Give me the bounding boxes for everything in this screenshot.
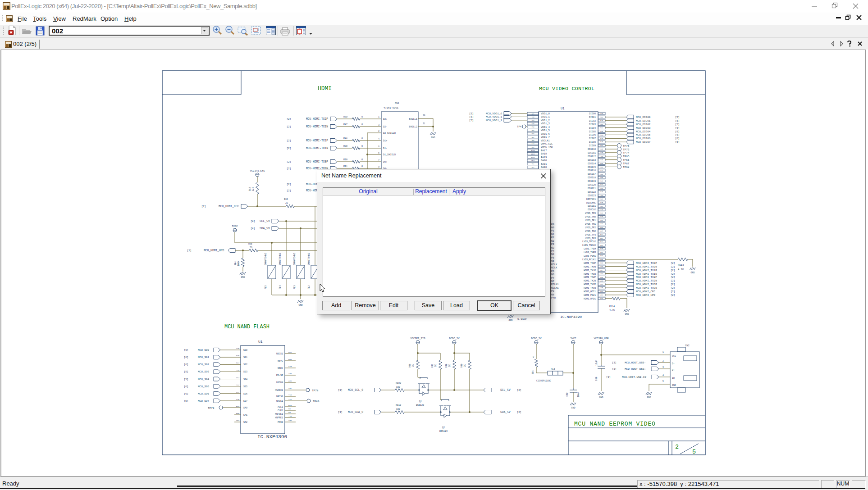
svg-text:VDO1_0: VDO1_0 — [541, 112, 550, 115]
svg-text:[5]: [5] — [675, 123, 680, 126]
svg-text:DIG011: DIG011 — [588, 152, 596, 154]
svg-text:LVDS_TN3: LVDS_TN3 — [585, 237, 596, 240]
svg-text:DIG022: DIG022 — [588, 191, 596, 194]
svg-text:DIGCLK: DIGCLK — [588, 209, 596, 211]
svg-text:DIGSYNC: DIGSYNC — [586, 202, 596, 204]
svg-text:S06: S06 — [243, 393, 247, 395]
svg-text:[3]: [3] — [612, 361, 617, 364]
svg-text:MCU_DIG05: MCU_DIG05 — [636, 133, 651, 136]
svg-text:L17: L17 — [236, 391, 240, 393]
svg-text:hNFRE1: hNFRE1 — [275, 417, 283, 419]
svg-text:U1: U1 — [258, 340, 263, 344]
svg-text:[2]: [2] — [187, 249, 192, 252]
svg-text:MCU-HOST-USB-ID: MCU-HOST-USB-ID — [622, 376, 646, 379]
svg-text:A99: A99 — [532, 140, 535, 141]
svg-text:U1: U1 — [561, 107, 564, 110]
svg-text:P24: P24 — [600, 134, 603, 136]
svg-text:VCC3P0_USB: VCC3P0_USB — [594, 337, 609, 340]
svg-text:0: 0 — [361, 137, 363, 140]
svg-text:LVDS_TNCLK: LVDS_TNCLK — [582, 244, 596, 247]
svg-text:MCU-HDMI-TX1P: MCU-HDMI-TX1P — [306, 139, 328, 142]
svg-text:10uF: 10uF — [577, 392, 580, 397]
svg-text:TP78: TP78 — [312, 389, 319, 392]
svg-text:[6]: [6] — [184, 392, 188, 395]
svg-text:MCU-HDMI-TX1N: MCU-HDMI-TX1N — [306, 147, 328, 150]
svg-text:T20: T20 — [532, 116, 535, 118]
svg-text:MCU_VDO1_0: MCU_VDO1_0 — [486, 112, 502, 115]
svg-text:R85: R85 — [248, 243, 252, 245]
svg-text:hSAD01: hSAD01 — [275, 389, 283, 392]
svg-text:[2]: [2] — [671, 294, 675, 297]
svg-text:U24: U24 — [600, 166, 603, 168]
svg-text:Y11: Y11 — [532, 163, 535, 165]
svg-text:CN1: CN1 — [395, 102, 400, 105]
svg-text:HDMI_TX1P: HDMI_TX1P — [584, 269, 596, 272]
svg-text:MCU_VDO1_2: MCU_VDO1_2 — [486, 119, 502, 122]
svg-text:M26: M26 — [600, 173, 603, 175]
svg-text:DIG015: DIG015 — [588, 166, 596, 169]
svg-text:5VCC: 5VCC — [570, 337, 576, 340]
svg-text:R82: R82 — [249, 187, 251, 191]
svg-text:[2]: [2] — [671, 286, 675, 290]
svg-text:SCL_5V: SCL_5V — [500, 389, 511, 392]
svg-text:Y16: Y16 — [288, 394, 292, 396]
svg-text:MCU_HOST_USB+: MCU_HOST_USB+ — [625, 368, 646, 371]
svg-text:MCU_HDMI_CEC: MCU_HDMI_CEC — [636, 290, 656, 293]
svg-text:SHELL1: SHELL1 — [409, 118, 417, 121]
svg-text:N20: N20 — [532, 123, 535, 125]
svg-text:4.7K: 4.7K — [678, 268, 684, 271]
svg-text:VDO1_4: VDO1_4 — [541, 126, 550, 129]
svg-text:5VCC: 5VCC — [232, 225, 238, 228]
svg-text:N24: N24 — [600, 127, 603, 129]
svg-text:[2]: [2] — [671, 276, 675, 279]
svg-text:LVDS_PCLK1: LVDS_PCLK1 — [582, 259, 596, 261]
svg-text:S03: S03 — [243, 371, 247, 373]
svg-text:A14: A14 — [600, 294, 603, 296]
svg-text:VDO1_3: VDO1_3 — [541, 122, 550, 125]
svg-text:GMAC_COL: GMAC_COL — [541, 142, 553, 145]
svg-text:Q1: Q1 — [419, 400, 422, 403]
svg-text:DIG01: DIG01 — [589, 116, 596, 119]
svg-text:BA17: BA17 — [541, 149, 547, 152]
svg-text:DIG08: DIG08 — [589, 141, 596, 144]
svg-text:DCDC_5V: DCDC_5V — [449, 337, 460, 340]
svg-text:A04: A04 — [236, 405, 240, 407]
svg-text:Q2: Q2 — [442, 426, 445, 429]
svg-text:CJC05P121NC: CJC05P121NC — [536, 380, 551, 382]
svg-text:NRCS1: NRCS1 — [276, 400, 283, 403]
svg-text:TP80: TP80 — [313, 400, 320, 403]
svg-text:MCU VIDEO CONTROL: MCU VIDEO CONTROL — [539, 86, 594, 91]
svg-text:[2]: [2] — [671, 269, 675, 272]
svg-text:SHELL2: SHELL2 — [409, 126, 417, 128]
svg-text:B99: B99 — [532, 130, 535, 132]
svg-text:Y12: Y12 — [288, 399, 292, 400]
svg-text:M20: M20 — [532, 119, 535, 121]
svg-text:U12: U12 — [532, 167, 535, 168]
svg-text:A22: A22 — [600, 237, 603, 239]
svg-text:MCU_HDMI_TX2N: MCU_HDMI_TX2N — [636, 279, 657, 282]
svg-text:Y17: Y17 — [236, 384, 240, 386]
svg-text:MCU_SCL_0: MCU_SCL_0 — [348, 389, 363, 392]
svg-text:DIG023: DIG023 — [588, 195, 596, 197]
svg-text:TP73: TP73 — [623, 148, 630, 151]
svg-text:LVDS_TNEM: LVDS_TNEM — [584, 251, 596, 254]
svg-text:SA2: SA2 — [243, 421, 247, 424]
svg-text:B20: B20 — [600, 248, 603, 250]
svg-text:BSS123: BSS123 — [439, 430, 448, 433]
svg-text:GND: GND — [625, 313, 629, 316]
svg-text:[2]: [2] — [201, 205, 206, 208]
svg-text:L26: L26 — [600, 113, 603, 114]
svg-text:A13: A13 — [288, 404, 292, 406]
svg-text:GND: GND — [508, 319, 512, 322]
svg-text:SCL_5V: SCL_5V — [260, 220, 270, 223]
svg-text:[2]: [2] — [671, 290, 675, 293]
svg-text:P26: P26 — [600, 120, 603, 122]
svg-text:3K: 3K — [434, 364, 437, 367]
svg-text:[6]: [6] — [184, 363, 188, 366]
svg-text:T26: T26 — [600, 209, 603, 211]
svg-text:FL3: FL3 — [293, 285, 296, 289]
svg-text:[5]: [5] — [184, 399, 188, 403]
svg-text:HDMI_HPD1: HDMI_HPD1 — [584, 298, 596, 300]
svg-text:TP68: TP68 — [623, 166, 630, 169]
svg-text:D2+: D2+ — [383, 118, 387, 121]
